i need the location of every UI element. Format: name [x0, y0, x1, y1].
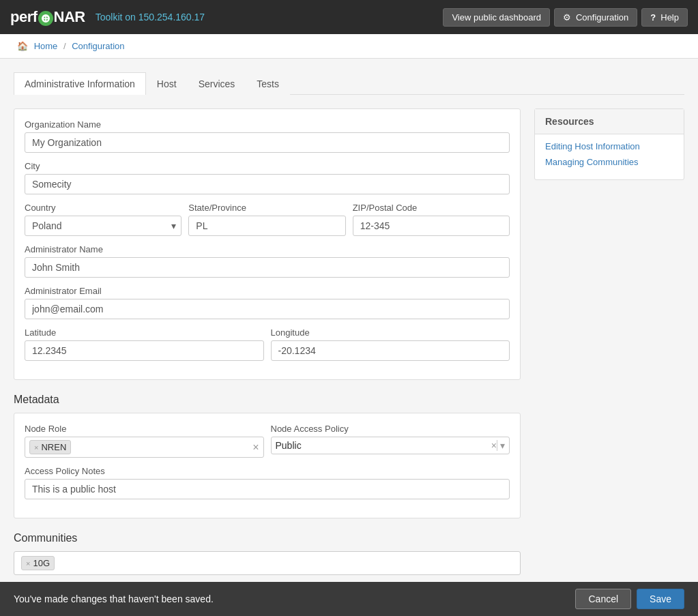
country-group: Country Poland	[25, 203, 181, 244]
toolkit-info: Toolkit on 150.254.160.17	[96, 12, 205, 23]
cancel-button[interactable]: Cancel	[575, 589, 631, 604]
city-group: City	[25, 161, 510, 194]
latitude-label: Latitude	[25, 327, 264, 338]
resources-link-communities[interactable]: Managing Communities	[545, 157, 673, 167]
metadata-title: Metadata	[14, 394, 521, 406]
zip-group: ZIP/Postal Code	[353, 203, 510, 244]
communities-input[interactable]	[57, 558, 513, 568]
node-access-group: Node Access Policy Public × ▾	[271, 424, 510, 466]
node-role-label: Node Role	[25, 424, 264, 434]
breadcrumb: 🏠 Home / Configuration	[0, 34, 698, 59]
location-row: Country Poland State/Province	[25, 203, 510, 244]
bottom-save-bar: You've made changes that haven't been sa…	[0, 582, 698, 604]
node-role-input[interactable]	[74, 442, 250, 452]
communities-tag-input[interactable]: × 10G	[14, 551, 521, 575]
gear-icon	[563, 12, 573, 23]
access-notes-input[interactable]	[25, 479, 510, 499]
longitude-label: Longitude	[271, 327, 510, 338]
toolkit-label: Toolkit on	[96, 12, 136, 23]
country-select[interactable]: Poland	[25, 216, 181, 236]
admin-name-label: Administrator Name	[25, 244, 510, 254]
state-group: State/Province	[188, 203, 345, 244]
tab-tests[interactable]: Tests	[246, 72, 290, 95]
resources-box: Resources Editing Host Information Manag…	[534, 108, 684, 180]
main-panel: Organization Name City Country	[14, 108, 521, 591]
org-name-input[interactable]	[25, 132, 510, 153]
zip-label: ZIP/Postal Code	[353, 203, 510, 213]
community-tag: × 10G	[21, 556, 55, 570]
toolkit-ip: 150.254.160.17	[139, 12, 205, 23]
breadcrumb-home[interactable]: Home	[34, 41, 58, 51]
dashboard-button[interactable]: View public dashboard	[443, 8, 550, 27]
node-access-value: Public	[276, 440, 491, 451]
content-layout: Organization Name City Country	[14, 108, 684, 591]
resources-header: Resources	[535, 109, 684, 134]
country-select-wrapper: Poland	[25, 216, 181, 236]
brand-sonar: NAR	[54, 8, 85, 25]
node-access-clear[interactable]: ×	[491, 440, 497, 451]
tab-services[interactable]: Services	[188, 72, 246, 95]
tab-admin[interactable]: Administrative Information	[14, 72, 146, 95]
tag-label: NREN	[41, 442, 66, 452]
node-access-label: Node Access Policy	[271, 424, 510, 434]
tag-clear[interactable]: ×	[252, 441, 259, 454]
access-notes-group: Access Policy Notes	[25, 466, 510, 499]
latlon-row: Latitude Longitude	[25, 327, 510, 369]
sidebar-panel: Resources Editing Host Information Manag…	[534, 108, 684, 591]
info-card: Organization Name City Country	[14, 108, 521, 380]
city-label: City	[25, 161, 510, 171]
access-notes-label: Access Policy Notes	[25, 466, 510, 476]
admin-name-group: Administrator Name	[25, 244, 510, 278]
metadata-card: Node Role × NREN ×	[14, 413, 521, 518]
zip-input[interactable]	[353, 216, 510, 236]
configuration-button[interactable]: Configuration	[554, 8, 637, 27]
question-icon	[650, 12, 658, 23]
resources-body: Editing Host Information Managing Commun…	[535, 134, 684, 179]
brand-text: perf⊕NAR	[10, 8, 85, 26]
longitude-input[interactable]	[271, 340, 510, 361]
resources-link-editing[interactable]: Editing Host Information	[545, 141, 673, 151]
community-tag-x[interactable]: ×	[26, 559, 30, 568]
navbar-buttons: View public dashboard Configuration Help	[443, 8, 688, 27]
state-input[interactable]	[188, 216, 345, 236]
org-name-label: Organization Name	[25, 119, 510, 130]
brand-perf: perf	[10, 8, 38, 25]
node-role-tag-input[interactable]: × NREN ×	[25, 437, 264, 458]
main-content: Administrative Information Host Services…	[0, 59, 698, 604]
community-tag-label: 10G	[33, 558, 50, 568]
state-label: State/Province	[188, 203, 345, 213]
select2-arrow-icon[interactable]: ▾	[497, 440, 505, 451]
tag-x[interactable]: ×	[34, 443, 38, 452]
latitude-group: Latitude	[25, 327, 264, 369]
home-icon: 🏠	[17, 41, 28, 51]
latitude-input[interactable]	[25, 340, 264, 361]
breadcrumb-current[interactable]: Configuration	[72, 41, 124, 51]
breadcrumb-separator: /	[63, 41, 68, 51]
node-access-select[interactable]: Public × ▾	[271, 437, 510, 454]
city-input[interactable]	[25, 174, 510, 194]
longitude-group: Longitude	[271, 327, 510, 369]
admin-email-group: Administrator Email	[25, 286, 510, 319]
admin-name-input[interactable]	[25, 257, 510, 278]
unsaved-changes-message: You've made changes that haven't been sa…	[14, 593, 575, 604]
org-name-group: Organization Name	[25, 119, 510, 153]
admin-email-label: Administrator Email	[25, 286, 510, 296]
node-row: Node Role × NREN ×	[25, 424, 510, 466]
help-button[interactable]: Help	[641, 8, 688, 27]
navbar: perf⊕NAR Toolkit on 150.254.160.17 View …	[0, 0, 698, 34]
brand-icon: ⊕	[38, 11, 53, 26]
tab-host[interactable]: Host	[146, 72, 188, 95]
nav-tabs: Administrative Information Host Services…	[14, 72, 684, 95]
communities-title: Communities	[14, 532, 521, 544]
save-button[interactable]: Save	[637, 589, 684, 604]
brand-logo-container: perf⊕NAR	[10, 8, 85, 26]
admin-email-input[interactable]	[25, 299, 510, 319]
node-role-group: Node Role × NREN ×	[25, 424, 264, 466]
node-role-tag: × NREN	[29, 440, 71, 454]
country-label: Country	[25, 203, 181, 213]
